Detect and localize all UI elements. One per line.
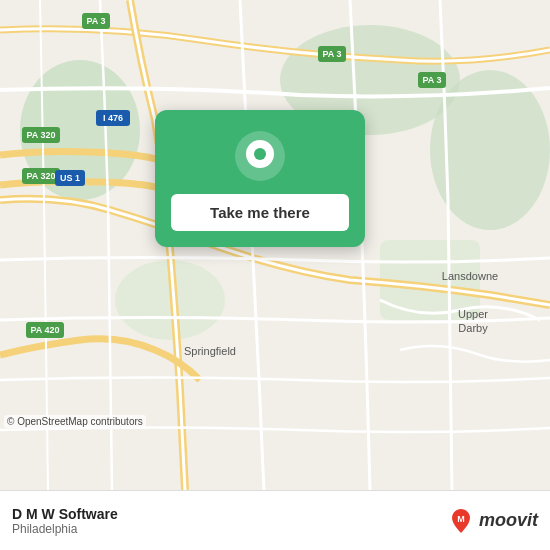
svg-text:PA 3: PA 3 — [86, 16, 105, 26]
moovit-brand-icon: M — [447, 507, 475, 535]
location-pin-icon — [234, 130, 286, 182]
location-title: D M W Software — [12, 506, 118, 522]
svg-text:PA 320: PA 320 — [26, 130, 55, 140]
moovit-logo: M moovit — [447, 507, 538, 535]
map-view: PA 3 PA 3 PA 3 I 476 PA 320 PA 320 US 1 … — [0, 0, 550, 490]
svg-text:PA 320: PA 320 — [26, 171, 55, 181]
svg-text:Lansdowne: Lansdowne — [442, 270, 498, 282]
svg-text:Upper: Upper — [458, 308, 488, 320]
bottom-bar: D M W Software Philadelphia M moovit — [0, 490, 550, 550]
svg-text:M: M — [457, 514, 465, 524]
svg-text:Darby: Darby — [458, 322, 488, 334]
svg-text:Springfield: Springfield — [184, 345, 236, 357]
destination-card: Take me there — [155, 110, 365, 247]
take-me-there-button[interactable]: Take me there — [171, 194, 349, 231]
svg-text:US 1: US 1 — [60, 173, 80, 183]
location-info: D M W Software Philadelphia — [12, 506, 118, 536]
svg-text:PA 420: PA 420 — [30, 325, 59, 335]
copyright-notice: © OpenStreetMap contributors — [4, 415, 146, 428]
svg-text:I 476: I 476 — [103, 113, 123, 123]
svg-text:PA 3: PA 3 — [422, 75, 441, 85]
location-subtitle: Philadelphia — [12, 522, 118, 536]
moovit-label: moovit — [479, 510, 538, 531]
svg-text:PA 3: PA 3 — [322, 49, 341, 59]
svg-point-30 — [254, 148, 266, 160]
